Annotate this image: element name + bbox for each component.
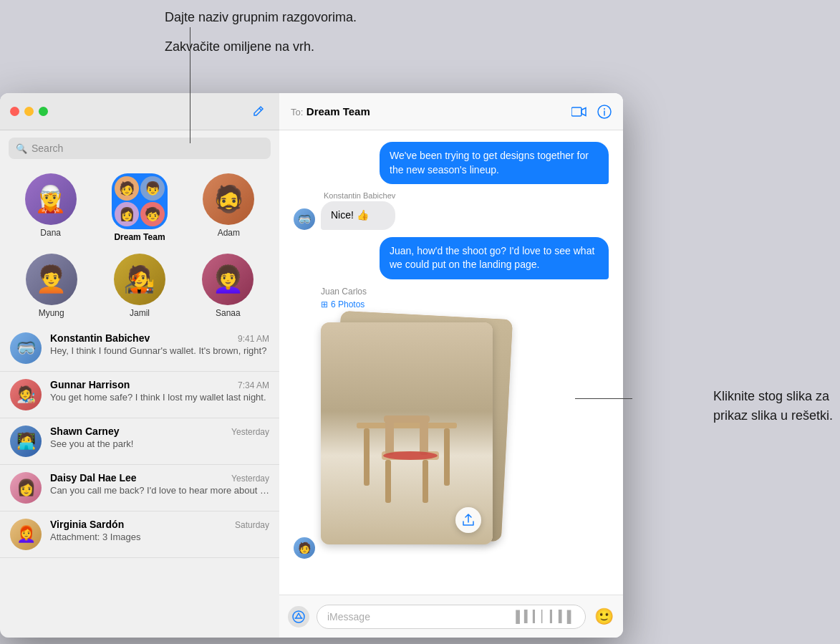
ann1-line [190,27,190,95]
close-button[interactable] [10,107,19,116]
msg-bubble-wrap-3: Juan, how'd the shoot go? I'd love to se… [380,237,609,279]
conv-item-virginia[interactable]: 👩‍🦰 Virginia Sardón Saturday Attachment:… [0,511,279,558]
pinned-contact-adam[interactable]: 🧔 Adam [203,173,254,242]
virginia-name: Virginia Sardón [50,519,124,530]
chat-title-area: To: Dream Team [291,105,566,118]
search-placeholder: Search [32,143,63,154]
message-outgoing-2: Juan, how'd the shoot go? I'd love to se… [294,237,609,279]
virginia-preview: Attachment: 3 Images [50,532,269,542]
conv-item-shawn[interactable]: 🧑‍💻 Shawn Carney Yesterday See you at th… [0,418,279,465]
annotation-2: Zakvačite omiljene na vrh. [165,39,314,54]
dream-team-avatar: 🧑 👦 👩 🧒 [112,173,168,229]
photo-stack[interactable] [321,315,507,559]
chat-messages: We've been trying to get designs togethe… [279,130,623,595]
pinned-row-2: 🧑‍🦱 Myung 🧑‍🎤 Jamil 👩‍🦱 Sanaa [0,248,279,325]
shawn-preview: See you at the park! [50,438,269,449]
jamil-label: Jamil [130,308,150,318]
compose-button[interactable] [249,102,269,122]
pinned-contact-sanaa[interactable]: 👩‍🦱 Sanaa [202,254,254,318]
app-store-button[interactable] [288,606,309,628]
msg-bubble-2: Nice! 👍 [321,201,395,230]
dt-face-3: 👩 [115,202,139,226]
dana-avatar: 🧝 [25,173,77,225]
conv-item-daisy[interactable]: 👩 Daisy Dal Hae Lee Yesterday Can you ca… [0,465,279,511]
sanaa-avatar: 👩‍🦱 [202,254,254,305]
juan-msg-avatar: 🧑 [294,537,315,559]
jamil-avatar: 🧑‍🎤 [114,254,165,305]
konstantin-msg-avatar: 🥽 [294,208,315,230]
sidebar-titlebar [0,93,279,130]
pinned-contact-dana[interactable]: 🧝 Dana [25,173,77,242]
dana-label: Dana [40,228,61,238]
myung-label: Myung [39,308,64,318]
adam-label: Adam [218,228,240,238]
message-incoming-konstantin: 🥽 Konstantin Babichev Nice! 👍 [294,191,609,230]
shawn-header: Shawn Carney Yesterday [50,426,269,437]
shawn-time: Yesterday [231,427,269,437]
svg-rect-0 [571,107,581,116]
info-button[interactable] [597,105,612,119]
traffic-lights [10,107,48,116]
pinned-contact-dream-team[interactable]: 🧑 👦 👩 🧒 Dream Team [112,173,168,242]
svg-rect-10 [384,415,430,423]
gunnar-name: Gunnar Harrison [50,379,130,390]
conv-item-gunnar[interactable]: 🧑‍🎨 Gunnar Harrison 7:34 AM You get home… [0,372,279,418]
input-placeholder: iMessage [327,611,370,623]
daisy-content: Daisy Dal Hae Lee Yesterday Can you call… [50,472,269,496]
pinned-contact-jamil[interactable]: 🧑‍🎤 Jamil [114,254,165,318]
virginia-avatar: 👩‍🦰 [10,519,42,550]
myung-avatar: 🧑‍🦱 [26,254,77,305]
pinned-row-1: 🧝 Dana 🧑 👦 👩 🧒 Dream Team 🧔 Adam [0,166,279,242]
shawn-name: Shawn Carney [50,426,119,437]
gunnar-content: Gunnar Harrison 7:34 AM You get home saf… [50,379,269,403]
adam-avatar: 🧔 [203,173,254,225]
video-call-button[interactable] [571,106,587,117]
chat-to-label: To: [291,107,303,117]
emoji-button[interactable]: 🙂 [593,606,614,628]
conv-item-konstantin[interactable]: 🥽 Konstantin Babichev 9:41 AM Hey, I thi… [0,325,279,372]
svg-rect-11 [385,460,391,503]
svg-rect-4 [357,423,457,428]
konstantin-preview: Hey, I think I found Gunnar's wallet. It… [50,345,269,356]
search-icon: 🔍 [16,143,27,154]
msg-bubble-1: We've been trying to get designs togethe… [380,142,609,184]
msg-bubble-3: Juan, how'd the shoot go? I'd love to se… [380,237,609,279]
photo-stack-row: 🧑 [294,315,609,559]
konstantin-sender-name: Konstantin Babichev [324,191,395,200]
svg-point-3 [604,108,605,110]
sanaa-label: Sanaa [216,308,241,318]
minimize-button[interactable] [24,107,34,116]
pinned-contact-myung[interactable]: 🧑‍🦱 Myung [26,254,77,318]
search-bar[interactable]: 🔍 Search [9,138,271,159]
dream-team-label: Dream Team [114,232,165,242]
shawn-content: Shawn Carney Yesterday See you at the pa… [50,426,269,449]
dt-face-2: 👦 [140,176,165,201]
photo-count-label: ⊞ 6 Photos [321,299,609,309]
gunnar-avatar: 🧑‍🎨 [10,379,42,410]
svg-rect-12 [423,460,428,503]
daisy-avatar: 👩 [10,472,42,504]
virginia-header: Virginia Sardón Saturday [50,519,269,530]
share-button[interactable] [455,507,481,533]
grid-icon: ⊞ [321,299,328,309]
chat-pane: To: Dream Team [279,93,623,638]
shawn-avatar: 🧑‍💻 [10,426,42,457]
msg-bubble-wrap-1: We've been trying to get designs togethe… [380,142,609,184]
message-input[interactable]: iMessage ▌▍▎▏▎▍▌ [317,605,586,629]
daisy-preview: Can you call me back? I'd love to hear m… [50,485,269,496]
photo-count-text: 6 Photos [331,299,365,309]
daisy-time: Yesterday [231,474,269,484]
chat-header-icons [571,105,612,119]
app-window: 🔍 Search 🧝 Dana 🧑 👦 👩 🧒 D [0,93,623,638]
msg-bubble-wrap-2: Konstantin Babichev Nice! 👍 [321,191,395,230]
konstantin-time: 9:41 AM [238,334,269,344]
annotation-1: Dajte naziv grupnim razgovorima. [165,10,357,25]
waveform-icon: ▌▍▎▏▎▍▌ [516,610,575,623]
virginia-time: Saturday [235,520,269,530]
daisy-header: Daisy Dal Hae Lee Yesterday [50,472,269,484]
svg-point-13 [383,451,438,460]
dt-face-1: 🧑 [115,176,139,201]
fullscreen-button[interactable] [39,107,48,116]
svg-rect-5 [364,428,370,486]
conversation-list: 🥽 Konstantin Babichev 9:41 AM Hey, I thi… [0,325,279,638]
